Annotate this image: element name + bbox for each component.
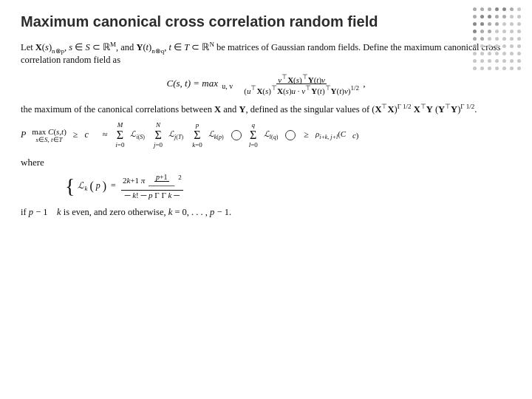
definition-formula: C(s, t) = max u, v v⊤X(s)⊤Y(t)v (u⊤X(s)⊤… [21,73,511,95]
sum-block-4: q Σ l=0 [249,121,258,149]
dot [502,66,506,70]
dot [480,15,484,18]
dot [510,66,514,70]
dot [480,52,484,55]
slide-container: Maximum canonical cross correlation rand… [0,0,532,399]
where-denominator: ─ k! ─ p Γ Γ k ─ [123,191,181,200]
dot [488,30,491,33]
sum-1-arg: ℒi(S) [130,129,145,140]
p-c-value: c [84,129,88,140]
dot [473,66,477,70]
circle-2 [285,130,296,140]
dot [480,59,484,63]
dot [517,37,521,41]
dot [510,44,514,48]
dot [517,7,521,11]
dot [488,44,491,48]
dot [495,15,499,18]
dot [488,37,491,41]
body-paragraph-1: the maximum of the canonical correlation… [21,103,511,115]
trailing-geq: ≥ [301,129,311,140]
dot [502,22,506,26]
dot [495,37,499,41]
p-label: P [21,129,26,140]
dot [473,7,477,11]
dot [480,7,484,11]
dot [510,59,514,63]
sum-3-arg: ℒk(p) [208,129,224,140]
where-fraction: 2k+1 π p+1 ───── 2 ─ k! ─ p Γ Γ k ─ [121,173,183,200]
intro-paragraph: Let X(s)n⊗p, s ∈ S ⊂ ℝM, and Y(t)n⊗q, t … [21,41,511,66]
circle-1 [231,130,242,140]
definition-numerator: v⊤X(s)⊤Y(t)v [276,73,327,85]
sum-block-2: N Σ j=0 [154,121,163,149]
dot [517,30,521,33]
dot [488,22,491,26]
where-section: where [21,157,511,168]
dot [488,15,491,18]
dot [488,7,491,11]
dot [473,59,477,63]
dot [517,15,521,18]
p-max-line: P max C(s,t) s∈S, t∈T ≥ c ≈ M Σ i=0 ℒi(S… [21,121,511,149]
dot [502,30,506,33]
decorative-dot-grid [473,7,525,66]
dot [510,22,514,26]
dot [495,22,499,26]
trailing-c: c) [350,131,358,140]
dot [473,30,477,33]
dot [502,59,506,63]
intro-text-1: Let X(s)n⊗p, s ∈ S ⊂ ℝM, and Y(t)n⊗q, t … [21,42,500,65]
curly-brace-left: { [65,176,75,197]
dot [517,59,521,63]
dot [517,44,521,48]
p-geq: ≥ [71,129,81,140]
dot [517,52,521,55]
dot [502,52,506,55]
dot [502,44,506,48]
last-line: if p − 1 k is even, and zero otherwise, … [21,207,511,218]
definition-fraction: v⊤X(s)⊤Y(t)v (u⊤X(s)⊤X(s)u · v⊤Y(t)⊤Y(t)… [242,73,361,95]
dot [480,66,484,70]
dot [502,15,506,18]
dot [502,7,506,11]
where-label: where [21,157,44,168]
sum-block-3: p Σ k=0 [192,121,202,149]
definition-lhs: C(s, t) = max [167,78,218,89]
p-constraint: max C(s,t) s∈S, t∈T [32,127,66,143]
definition-denominator: (u⊤X(s)⊤X(s)u · v⊤Y(t)⊤Y(t)v)1/2 [242,84,361,95]
dot [495,7,499,11]
dot [480,37,484,41]
dot [495,44,499,48]
dot [480,44,484,48]
dot [480,22,484,26]
rho-term: ρi+k, j+l(C [316,129,346,140]
approx-symbol: ≈ [100,129,110,140]
dot [473,37,477,41]
definition-subscript: u, v [222,82,233,90]
subscript-2: n⊗q [151,47,164,55]
dot [495,52,499,55]
dot [510,30,514,33]
dot [488,66,491,70]
dot [510,37,514,41]
where-lhs: ℒk ( p ) = [78,180,117,193]
dot [488,52,491,55]
where-numerator: 2k+1 π p+1 ───── 2 [121,173,183,191]
sum-4-arg: ℒl(q) [264,129,279,140]
dot [510,7,514,11]
sum-2-arg: ℒj(T) [168,129,183,140]
dot [510,52,514,55]
dot [517,22,521,26]
dot [480,30,484,33]
dot [473,44,477,48]
dot [473,22,477,26]
slide-title: Maximum canonical cross correlation rand… [21,13,511,30]
dot [510,15,514,18]
dot [473,15,477,18]
dot [488,59,491,63]
dot [473,52,477,55]
sum-block-1: M Σ i=0 [115,121,124,149]
dot [495,30,499,33]
dot [495,66,499,70]
